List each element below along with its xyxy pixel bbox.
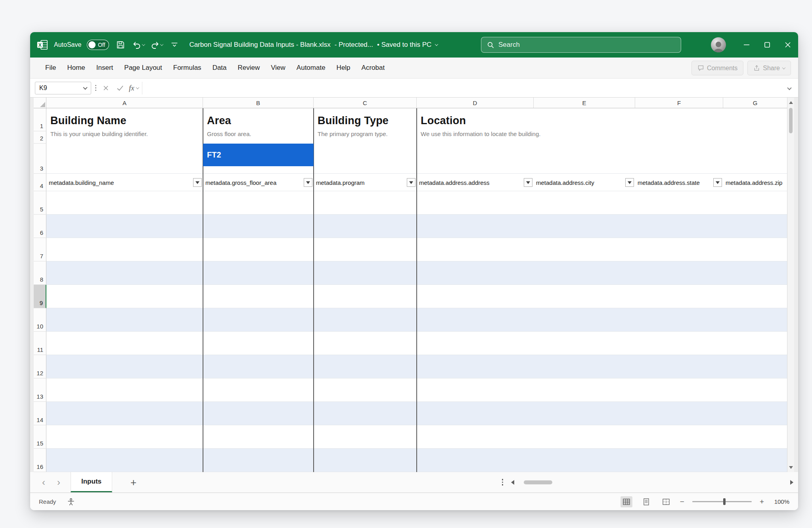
field-cell-building-name[interactable]: metadata.building_name [46,174,203,191]
zoom-level[interactable]: 100% [772,498,789,505]
row-header-9-selected[interactable]: 9 [34,285,46,308]
search-box[interactable] [481,37,681,53]
horizontal-scrollbar-thumb[interactable] [524,480,552,484]
sheet-nav-right-icon[interactable]: › [57,478,60,487]
field-cell-city[interactable]: metadata.address.city [534,174,635,191]
share-button[interactable]: Share [747,61,791,75]
saved-status[interactable]: • Saved to this PC [377,41,431,49]
row-header-6[interactable]: 6 [34,215,46,238]
field-cell-state[interactable]: metadata.address.state [635,174,723,191]
dropdown-button[interactable] [193,178,202,187]
save-button[interactable] [115,39,126,51]
vertical-scrollbar[interactable] [787,98,794,472]
page-layout-view-button[interactable] [640,496,652,507]
name-box-chevron-icon[interactable] [83,85,87,89]
cancel-entry-button[interactable] [100,83,111,94]
row-header-8[interactable]: 8 [34,261,46,285]
column-header-b[interactable]: B [203,98,314,108]
row-header-15[interactable]: 15 [34,425,46,449]
formula-bar-options-icon[interactable] [94,85,97,91]
menu-home[interactable]: Home [61,58,90,78]
sheet-tab-inputs[interactable]: Inputs [71,472,112,492]
horizontal-scrollbar[interactable] [511,480,793,485]
row-header-2[interactable]: 2 [34,131,46,144]
accessibility-checker-icon[interactable] [67,498,75,506]
field-cell-program[interactable]: metadata.program [314,174,417,191]
scroll-left-icon[interactable] [511,480,514,485]
scroll-up-icon[interactable] [787,98,794,106]
row-header-11[interactable]: 11 [34,332,46,355]
row-header-16[interactable]: 16 [34,449,46,472]
column-header-e[interactable]: E [534,98,635,108]
redo-button[interactable] [150,40,163,50]
row-header-13[interactable]: 13 [34,378,46,402]
active-cell-b3[interactable]: FT2 [203,144,314,166]
dropdown-button[interactable] [524,178,532,187]
select-all-corner[interactable] [34,98,46,108]
zoom-slider-thumb[interactable] [723,498,726,505]
field-cell-gross-floor-area[interactable]: metadata.gross_floor_area [203,174,314,191]
chevron-down-icon[interactable] [435,42,438,46]
redo-dropdown-icon[interactable] [160,42,163,46]
undo-dropdown-icon[interactable] [142,42,145,46]
expand-formula-bar-icon[interactable] [788,84,793,92]
scroll-down-icon[interactable] [787,463,794,471]
menu-view[interactable]: View [265,58,291,78]
vertical-scrollbar-thumb[interactable] [789,108,793,133]
menu-page-layout[interactable]: Page Layout [119,58,167,78]
sheet-more-options-icon[interactable] [502,479,504,486]
column-header-g[interactable]: G [723,98,787,108]
minimize-button[interactable] [736,32,757,58]
comments-button[interactable]: Comments [691,61,743,75]
dropdown-button[interactable] [625,178,634,187]
horizontal-scrollbar-track[interactable] [517,480,788,485]
row-header-7[interactable]: 7 [34,238,46,261]
autosave-toggle[interactable]: Off [87,40,109,50]
share-dropdown-icon [782,66,785,69]
menu-data[interactable]: Data [207,58,232,78]
column-header-a[interactable]: A [46,98,203,108]
zoom-slider[interactable] [692,501,752,502]
row-header-3[interactable]: 3 [34,144,46,174]
row-header-14[interactable]: 14 [34,402,46,425]
column-header-c[interactable]: C [314,98,417,108]
zoom-in-button[interactable]: + [760,497,764,506]
column-header-d[interactable]: D [417,98,534,108]
row-header-1[interactable]: 1 [34,108,46,131]
field-cell-address[interactable]: metadata.address.address [417,174,534,191]
field-cell-zip[interactable]: metadata.address.zip [723,174,787,191]
zoom-out-button[interactable]: − [680,497,684,506]
sheet-tab-bar: ‹ › Inputs + [30,472,798,493]
add-sheet-button[interactable]: + [130,477,136,488]
row-header-5[interactable]: 5 [34,191,46,215]
menu-review[interactable]: Review [232,58,266,78]
maximize-button[interactable] [757,32,778,58]
search-input[interactable] [498,41,675,49]
menu-insert[interactable]: Insert [91,58,119,78]
page-break-preview-button[interactable] [660,496,672,507]
excel-logo-icon[interactable]: X [36,39,48,51]
menu-formulas[interactable]: Formulas [168,58,207,78]
column-header-f[interactable]: F [635,98,723,108]
dropdown-button[interactable] [407,178,416,187]
row-header-10[interactable]: 10 [34,308,46,332]
undo-button[interactable] [132,40,145,50]
menu-automate[interactable]: Automate [291,58,331,78]
menu-acrobat[interactable]: Acrobat [356,58,391,78]
sheet-nav-left-icon[interactable]: ‹ [42,478,45,487]
name-box[interactable]: K9 [35,82,91,94]
dropdown-button[interactable] [713,178,722,187]
normal-view-button[interactable] [620,496,632,507]
row-header-4[interactable]: 4 [34,174,46,191]
formula-input[interactable] [146,84,785,92]
insert-function-button[interactable]: fx [129,83,139,94]
row-header-12[interactable]: 12 [34,355,46,378]
scroll-right-icon[interactable] [790,480,793,485]
close-button[interactable] [778,32,798,58]
enter-entry-button[interactable] [115,83,126,94]
user-avatar[interactable] [711,37,726,52]
quick-access-toolbar-icon[interactable] [169,39,180,51]
menu-help[interactable]: Help [331,58,356,78]
menu-file[interactable]: File [40,58,61,78]
dropdown-button[interactable] [304,178,312,187]
